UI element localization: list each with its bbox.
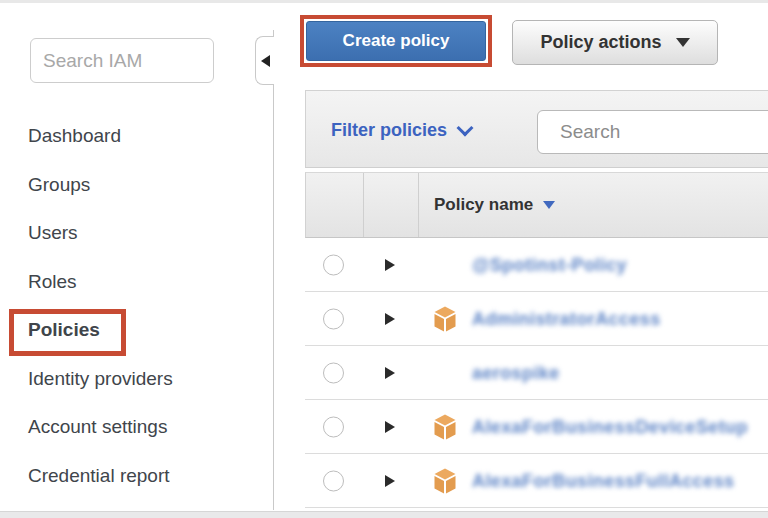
aws-managed-cube-icon bbox=[433, 414, 457, 440]
policy-actions-label: Policy actions bbox=[540, 32, 661, 53]
policy-name-header-label: Policy name bbox=[434, 195, 533, 215]
policy-name-link[interactable]: aerospike bbox=[472, 362, 560, 383]
table-row: @Spotinst-Policy bbox=[305, 238, 768, 292]
table-header-row: Policy name bbox=[305, 172, 768, 238]
policy-name-link[interactable]: @Spotinst-Policy bbox=[472, 254, 627, 275]
filter-bar: Filter policies bbox=[305, 90, 768, 168]
filter-policies-label: Filter policies bbox=[331, 120, 447, 141]
policy-name-link[interactable]: AlexaForBusinessDeviceSetup bbox=[472, 416, 748, 437]
radio-button[interactable] bbox=[323, 470, 344, 491]
sidebar-item-credential-report[interactable]: Credential report bbox=[28, 452, 173, 501]
sidebar-nav-list: DashboardGroupsUsersRolesPoliciesIdentit… bbox=[28, 112, 173, 500]
column-divider bbox=[418, 173, 419, 237]
expander-triangle-icon[interactable] bbox=[385, 313, 395, 325]
aws-managed-cube-icon bbox=[433, 468, 457, 494]
expander-triangle-icon[interactable] bbox=[385, 367, 395, 379]
bottom-edge-strip bbox=[0, 511, 768, 518]
search-iam-input[interactable] bbox=[30, 38, 214, 83]
policy-search-box[interactable] bbox=[537, 110, 768, 154]
radio-button[interactable] bbox=[323, 416, 344, 437]
caret-down-icon bbox=[676, 38, 690, 47]
policy-table-rows: @Spotinst-PolicyAdministratorAccessaeros… bbox=[305, 238, 768, 508]
iam-policies-page: DashboardGroupsUsersRolesPoliciesIdentit… bbox=[0, 0, 768, 518]
sidebar-item-groups[interactable]: Groups bbox=[28, 161, 173, 210]
sidebar-divider bbox=[273, 30, 274, 510]
create-policy-annotation-box: Create policy bbox=[300, 15, 492, 67]
aws-managed-cube-icon bbox=[433, 306, 457, 332]
policy-search-input[interactable] bbox=[558, 120, 768, 144]
sidebar-item-users[interactable]: Users bbox=[28, 209, 173, 258]
policy-name-link[interactable]: AdministratorAccess bbox=[472, 308, 661, 329]
left-arrow-icon bbox=[261, 55, 270, 67]
sidebar-item-policies[interactable]: Policies bbox=[28, 306, 173, 355]
create-policy-button[interactable]: Create policy bbox=[306, 21, 486, 61]
sidebar-item-roles[interactable]: Roles bbox=[28, 258, 173, 307]
radio-button[interactable] bbox=[323, 362, 344, 383]
sidebar-item-dashboard[interactable]: Dashboard bbox=[28, 112, 173, 161]
table-row: AlexaForBusinessDeviceSetup bbox=[305, 400, 768, 454]
sidebar-item-identity-providers[interactable]: Identity providers bbox=[28, 355, 173, 404]
expander-triangle-icon[interactable] bbox=[385, 475, 395, 487]
table-row: aerospike bbox=[305, 346, 768, 400]
sidebar-collapse-button[interactable] bbox=[255, 36, 274, 85]
expander-triangle-icon[interactable] bbox=[385, 421, 395, 433]
table-row: AdministratorAccess bbox=[305, 292, 768, 346]
radio-button[interactable] bbox=[323, 254, 344, 275]
table-row: AlexaForBusinessFullAccess bbox=[305, 454, 768, 508]
policy-name-link[interactable]: AlexaForBusinessFullAccess bbox=[472, 470, 735, 491]
radio-button[interactable] bbox=[323, 308, 344, 329]
expander-triangle-icon[interactable] bbox=[385, 259, 395, 271]
top-edge-strip bbox=[0, 0, 768, 3]
chevron-down-icon bbox=[457, 120, 474, 137]
policy-actions-button[interactable]: Policy actions bbox=[512, 20, 718, 65]
column-divider bbox=[363, 173, 364, 237]
column-header-policy-name[interactable]: Policy name bbox=[434, 173, 555, 237]
filter-policies-dropdown[interactable]: Filter policies bbox=[331, 91, 471, 169]
sort-caret-down-icon bbox=[543, 201, 555, 209]
sidebar-item-account-settings[interactable]: Account settings bbox=[28, 403, 173, 452]
